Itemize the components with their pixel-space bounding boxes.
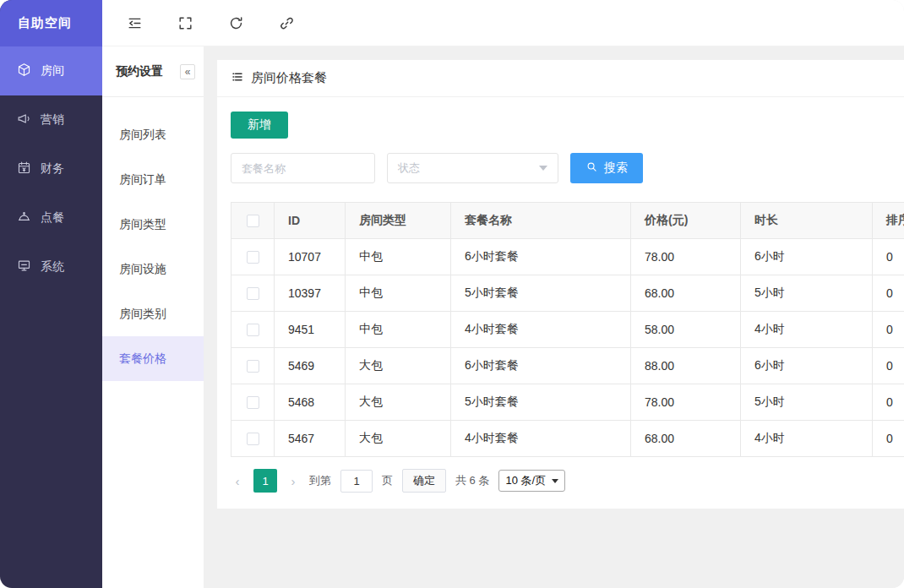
menu-collapse-icon[interactable] — [126, 14, 143, 31]
card-body: 新增 状态 搜索 — [217, 97, 904, 509]
page-title: 房间价格套餐 — [251, 70, 327, 86]
cell-package_name: 4小时套餐 — [451, 312, 631, 348]
select-all-cell — [231, 203, 275, 239]
search-button-label: 搜索 — [604, 161, 628, 176]
app-title: 自助空间 — [0, 0, 102, 46]
sidebar-item-room-facilities[interactable]: 房间设施 — [102, 247, 204, 291]
sidebar-item-label: 财务 — [41, 161, 64, 177]
row-checkbox-cell — [231, 312, 275, 348]
secondary-nav: 房间列表 房间订单 房间类型 房间设施 房间类别 套餐价格 — [102, 97, 204, 381]
packages-table: ID 房间类型 套餐名称 价格(元) 时长 排序 10707中包6小时套餐78.… — [231, 202, 904, 457]
status-select[interactable]: 状态 — [387, 153, 558, 183]
cell-room_type: 大包 — [346, 348, 451, 384]
link-icon[interactable] — [278, 14, 295, 31]
pagination: ‹ 1 › 到第 页 确定 共 6 条 10 条/页 — [231, 469, 904, 493]
goto-page-input[interactable] — [340, 470, 373, 493]
row-checkbox[interactable] — [247, 324, 259, 336]
cell-duration: 5小时 — [741, 384, 873, 421]
table-row: 5467大包4小时套餐68.004小时0 — [231, 421, 904, 457]
cell-package_name: 5小时套餐 — [451, 275, 631, 312]
sidebar-item-label: 系统 — [41, 259, 64, 275]
sidebar-item-label: 房间类型 — [119, 217, 166, 232]
fullscreen-icon[interactable] — [177, 14, 193, 31]
row-checkbox-cell — [231, 275, 275, 312]
sidebar-item-label: 房间订单 — [119, 172, 166, 188]
row-checkbox-cell — [231, 384, 275, 421]
system-monitor-icon — [17, 259, 31, 275]
cell-package_name: 6小时套餐 — [451, 348, 631, 384]
sidebar-item-food[interactable]: 点餐 — [0, 193, 102, 242]
row-checkbox-cell — [231, 348, 275, 384]
sidebar-item-system[interactable]: 系统 — [0, 242, 102, 291]
cell-id: 9451 — [275, 312, 346, 348]
add-button[interactable]: 新增 — [231, 112, 288, 139]
table-wrap: ID 房间类型 套餐名称 价格(元) 时长 排序 10707中包6小时套餐78.… — [231, 202, 904, 457]
search-button[interactable]: 搜索 — [570, 153, 643, 183]
goto-confirm-button[interactable]: 确定 — [402, 469, 446, 493]
row-checkbox[interactable] — [247, 433, 259, 445]
secondary-sidebar-title: 预约设置 — [116, 64, 163, 79]
cell-id: 10397 — [275, 275, 346, 312]
sidebar-item-label: 房间类别 — [119, 307, 166, 322]
cell-duration: 6小时 — [741, 348, 873, 384]
goto-page-prefix: 到第 — [309, 473, 331, 488]
cell-duration: 4小时 — [741, 421, 873, 457]
cell-id: 5467 — [275, 421, 346, 457]
page-title-bar: 房间价格套餐 — [217, 60, 904, 97]
row-checkbox[interactable] — [247, 360, 259, 373]
sidebar-item-marketing[interactable]: 营销 — [0, 95, 102, 144]
secondary-sidebar: 预约设置 « 房间列表 房间订单 房间类型 房间设施 房间类别 套餐价格 — [102, 46, 204, 588]
row-checkbox[interactable] — [247, 396, 259, 409]
sidebar-item-finance[interactable]: 财务 — [0, 144, 102, 193]
cell-sort: 0 — [873, 312, 904, 348]
page-number-current[interactable]: 1 — [253, 469, 277, 493]
sidebar-item-room-orders[interactable]: 房间订单 — [102, 157, 204, 202]
cell-room_type: 中包 — [346, 239, 451, 275]
refresh-icon[interactable] — [227, 14, 244, 31]
cell-room_type: 中包 — [346, 275, 451, 312]
cell-sort: 0 — [873, 348, 904, 384]
table-row: 9451中包4小时套餐58.004小时0 — [231, 312, 904, 348]
prev-page-button[interactable]: ‹ — [231, 474, 244, 488]
column-duration: 时长 — [741, 203, 873, 239]
row-checkbox[interactable] — [247, 287, 259, 300]
chevron-down-icon — [552, 479, 558, 483]
topbar — [102, 0, 904, 46]
sidebar-item-label: 点餐 — [41, 210, 64, 226]
cell-price: 68.00 — [631, 275, 741, 312]
total-count-label: 共 6 条 — [455, 473, 489, 488]
content-area: 房间价格套餐 新增 状态 — [204, 46, 904, 588]
app-window: 自助空间 房间 营销 财务 — [0, 0, 904, 588]
cell-package_name: 4小时套餐 — [451, 421, 631, 457]
primary-nav: 房间 营销 财务 点餐 — [0, 46, 102, 291]
sidebar-item-label: 房间列表 — [119, 128, 166, 143]
sidebar-item-room-categories[interactable]: 房间类别 — [102, 291, 204, 336]
per-page-select[interactable]: 10 条/页 — [498, 470, 565, 492]
table-body: 10707中包6小时套餐78.006小时010397中包5小时套餐68.005小… — [231, 239, 904, 457]
sidebar-item-room[interactable]: 房间 — [0, 46, 102, 95]
sidebar-item-package-prices[interactable]: 套餐价格 — [102, 336, 204, 381]
cell-room_type: 中包 — [346, 312, 451, 348]
next-page-button[interactable]: › — [286, 474, 300, 488]
sidebar-item-room-list[interactable]: 房间列表 — [102, 112, 204, 157]
status-select-value: 状态 — [398, 161, 420, 176]
page-card: 房间价格套餐 新增 状态 — [217, 60, 904, 509]
table-row: 10397中包5小时套餐68.005小时0 — [231, 275, 904, 312]
primary-sidebar: 自助空间 房间 营销 财务 — [0, 0, 102, 588]
row-checkbox[interactable] — [247, 251, 259, 264]
list-icon — [231, 70, 244, 86]
sidebar-item-room-types[interactable]: 房间类型 — [102, 202, 204, 247]
package-name-input[interactable] — [231, 153, 375, 183]
cell-sort: 0 — [873, 384, 904, 421]
cell-sort: 0 — [873, 421, 904, 457]
column-price: 价格(元) — [631, 203, 741, 239]
select-all-checkbox[interactable] — [247, 215, 259, 227]
cell-duration: 6小时 — [741, 239, 873, 275]
collapse-sidebar-button[interactable]: « — [180, 64, 195, 79]
cell-package_name: 5小时套餐 — [451, 384, 631, 421]
cell-price: 58.00 — [631, 312, 741, 348]
cell-price: 88.00 — [631, 348, 741, 384]
cell-package_name: 6小时套餐 — [451, 239, 631, 275]
cell-duration: 4小时 — [741, 312, 873, 348]
column-id: ID — [275, 203, 346, 239]
